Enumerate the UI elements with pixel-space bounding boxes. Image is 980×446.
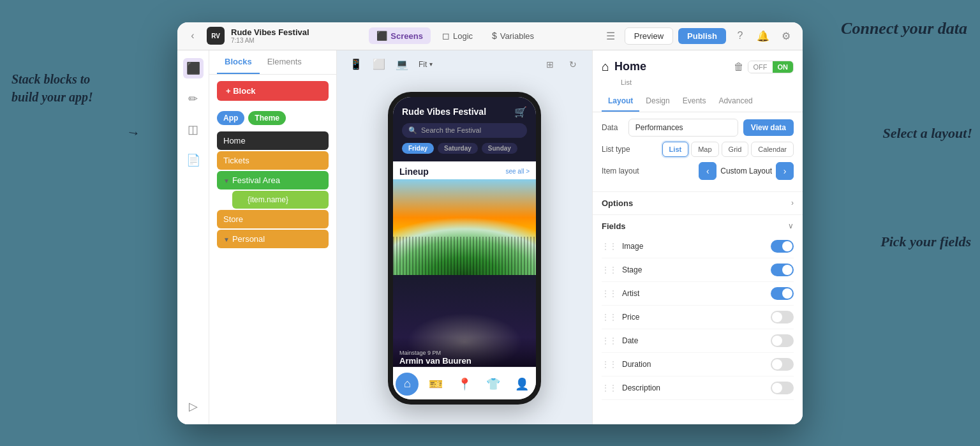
- nav-item-home[interactable]: Home: [217, 131, 329, 150]
- help-icon[interactable]: ?: [731, 27, 749, 45]
- center-preview: 📱 ⬜ 💻 Fit ▾ ⊞ ↻: [337, 50, 592, 424]
- notifications-icon[interactable]: 🔔: [754, 27, 772, 45]
- logic-nav-btn[interactable]: ◻ Logic: [434, 27, 480, 44]
- main-content: ⬛ ✏ ◫ 📄 ▷ Blocks Elements + Block App Th…: [177, 50, 803, 424]
- main-window: ‹ RV Rude Vibes Festival 7:13 AM ⬛ Scree…: [177, 22, 803, 424]
- variables-nav-btn[interactable]: $ Variables: [484, 27, 542, 44]
- database-sidebar-icon[interactable]: ◫: [183, 119, 204, 140]
- rp-title-row: ⌂ Home 🗑 OFF ON: [602, 58, 794, 76]
- screens-nav-btn[interactable]: ⬛ Screens: [369, 27, 431, 44]
- toggle-on-btn[interactable]: ON: [773, 61, 794, 73]
- list-type-grid[interactable]: Grid: [722, 142, 749, 157]
- nav-item-personal[interactable]: ▼Personal: [217, 230, 329, 248]
- field-date-drag[interactable]: ⋮⋮: [602, 336, 617, 345]
- nav-subitems: {item.name}: [225, 191, 329, 209]
- list-type-map[interactable]: Map: [691, 142, 718, 157]
- filter-saturday[interactable]: Saturday: [438, 143, 478, 154]
- nav-item-tickets[interactable]: Tickets: [217, 151, 329, 170]
- layout-selector: ‹ Custom Layout ›: [699, 162, 794, 180]
- toggle-off-btn[interactable]: OFF: [748, 61, 773, 73]
- add-block-button[interactable]: + Block: [217, 81, 329, 101]
- grid-view-btn[interactable]: ⊞: [541, 56, 559, 73]
- nav-tickets-icon[interactable]: 🎫: [424, 373, 447, 396]
- dj-image-bottom: Mainstage 9 PM Armin van Buuren: [393, 275, 536, 367]
- block-panel-tabs: Blocks Elements: [209, 50, 336, 75]
- blocks-sidebar-icon[interactable]: ⬛: [183, 58, 204, 78]
- field-duration-drag[interactable]: ⋮⋮: [602, 360, 617, 369]
- tab-advanced[interactable]: Advanced: [712, 91, 759, 112]
- mobile-device-btn[interactable]: 📱: [347, 56, 365, 73]
- view-data-button[interactable]: View data: [743, 119, 794, 136]
- tablet-device-btn[interactable]: ⬜: [370, 56, 388, 73]
- back-button[interactable]: ‹: [185, 28, 200, 43]
- field-artist-name: Artist: [622, 289, 771, 298]
- tag-theme[interactable]: Theme: [248, 111, 286, 125]
- fields-header[interactable]: Fields ∨: [602, 221, 794, 231]
- field-image-drag[interactable]: ⋮⋮: [602, 242, 617, 251]
- pages-sidebar-icon[interactable]: 📄: [183, 150, 204, 170]
- see-all-link[interactable]: see all >: [505, 168, 530, 175]
- search-icon: 🔍: [408, 126, 417, 135]
- rp-item-layout-row: Item layout ‹ Custom Layout ›: [602, 162, 794, 180]
- refresh-btn[interactable]: ↻: [564, 56, 582, 73]
- nav-location-icon[interactable]: 📍: [453, 373, 476, 396]
- layout-next-btn[interactable]: ›: [776, 162, 794, 180]
- nav-home-icon[interactable]: ⌂: [396, 373, 419, 396]
- nav-profile-icon[interactable]: 👤: [510, 373, 533, 396]
- phone-content: Lineup see all >: [393, 161, 536, 367]
- desktop-device-btn[interactable]: 💻: [393, 56, 411, 73]
- field-stage-name: Stage: [622, 265, 771, 274]
- field-duration-toggle[interactable]: [771, 358, 794, 371]
- list-type-list[interactable]: List: [662, 142, 689, 157]
- filter-friday[interactable]: Friday: [402, 143, 434, 154]
- data-input[interactable]: [628, 119, 738, 137]
- cart-icon[interactable]: 🛒: [514, 106, 527, 118]
- nav-item-item-name[interactable]: {item.name}: [232, 191, 329, 209]
- options-header[interactable]: Options ›: [602, 198, 794, 208]
- field-stage-toggle[interactable]: [771, 264, 794, 276]
- tab-events[interactable]: Events: [676, 91, 713, 112]
- rp-data-section: Data View data List type List Map Grid: [593, 112, 803, 192]
- phone-search-bar[interactable]: 🔍 Search the Festival: [402, 123, 527, 138]
- edit-sidebar-icon[interactable]: ✏: [183, 89, 204, 109]
- field-price-toggle[interactable]: [771, 311, 794, 323]
- preview-button[interactable]: Preview: [625, 27, 673, 45]
- nav-store-icon[interactable]: 👕: [482, 373, 505, 396]
- tab-layout[interactable]: Layout: [602, 91, 639, 112]
- field-price-drag[interactable]: ⋮⋮: [602, 313, 617, 322]
- field-image-toggle[interactable]: [771, 240, 794, 253]
- field-artist-toggle[interactable]: [771, 287, 794, 300]
- rp-toggle-group: OFF ON: [748, 61, 794, 73]
- tab-design[interactable]: Design: [639, 91, 676, 112]
- field-artist-drag[interactable]: ⋮⋮: [602, 289, 617, 298]
- field-date-toggle[interactable]: [771, 334, 794, 347]
- list-type-calendar[interactable]: Calendar: [751, 142, 794, 157]
- block-panel: Blocks Elements + Block App Theme Home T…: [209, 50, 337, 424]
- field-description-toggle[interactable]: [771, 382, 794, 394]
- expand-sidebar-icon[interactable]: ▷: [183, 396, 204, 417]
- phone-filters: Friday Saturday Sunday: [402, 143, 527, 156]
- artist-text: Armin van Buuren: [399, 356, 530, 366]
- field-stage-drag[interactable]: ⋮⋮: [602, 265, 617, 274]
- tab-elements[interactable]: Elements: [260, 50, 309, 74]
- artist-overlay: Mainstage 9 PM Armin van Buuren: [393, 337, 536, 367]
- nav-item-festival-area[interactable]: ▼Festival Area: [217, 171, 329, 190]
- lineup-title: Lineup: [399, 167, 429, 177]
- nav-item-store[interactable]: Store: [217, 210, 329, 228]
- nav-group: ⬛ Screens ◻ Logic $ Variables: [316, 27, 595, 44]
- layout-prev-btn[interactable]: ‹: [699, 162, 716, 180]
- filter-sunday[interactable]: Sunday: [482, 143, 517, 154]
- rp-title: Home: [614, 60, 729, 73]
- tab-blocks[interactable]: Blocks: [217, 50, 260, 74]
- publish-button[interactable]: Publish: [678, 28, 726, 44]
- on-off-toggle[interactable]: OFF ON: [748, 61, 794, 73]
- fit-selector[interactable]: Fit ▾: [419, 60, 433, 69]
- delete-button[interactable]: 🗑: [730, 58, 748, 76]
- settings-icon[interactable]: ⚙: [777, 27, 795, 45]
- field-description: ⋮⋮ Description: [602, 376, 794, 400]
- field-description-drag[interactable]: ⋮⋮: [602, 383, 617, 392]
- field-date-name: Date: [622, 336, 771, 345]
- field-duration-name: Duration: [622, 360, 771, 369]
- list-icon[interactable]: ☰: [602, 27, 620, 45]
- tag-app[interactable]: App: [217, 111, 244, 125]
